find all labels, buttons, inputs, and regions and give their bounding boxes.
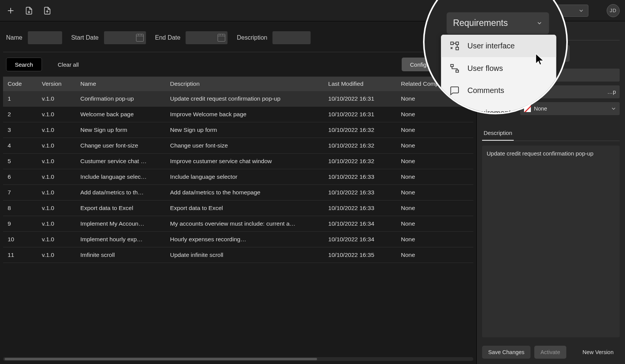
save-changes-button[interactable]: Save Changes bbox=[482, 346, 530, 359]
top-select[interactable] bbox=[516, 5, 588, 17]
table-row[interactable]: 8v.1.0Export data to ExcelExport data to… bbox=[3, 200, 473, 216]
cell-name: Change user font-size bbox=[76, 138, 166, 154]
cell-desc: New Sign up form bbox=[165, 122, 324, 138]
cell-version: v.1.0 bbox=[37, 122, 76, 138]
cell-rel: None bbox=[396, 216, 473, 232]
version-label: V bbox=[482, 72, 515, 79]
cell-desc: Update infinite scroll bbox=[165, 247, 324, 263]
th-related-component[interactable]: Related Component bbox=[396, 77, 473, 91]
cell-version: v.1.0 bbox=[37, 169, 76, 185]
cell-code: 7 bbox=[3, 185, 37, 200]
description-textarea[interactable]: Update credit request confirmation pop-u… bbox=[482, 146, 620, 337]
cell-mod: 10/10/2022 16:33 bbox=[324, 169, 396, 185]
cell-desc: Export data to Excel bbox=[165, 200, 324, 216]
cell-rel: None bbox=[396, 138, 473, 154]
table-row[interactable]: 7v.1.0Add data/metrics to th…Add data/me… bbox=[3, 185, 473, 200]
horizontal-scrollbar[interactable] bbox=[3, 357, 473, 361]
cell-rel: None bbox=[396, 169, 473, 185]
start-date-label: Start Date bbox=[71, 34, 99, 41]
cell-mod: 10/10/2022 16:33 bbox=[324, 185, 396, 200]
table-row[interactable]: 2v.1.0Welcome back pageImprove Welcome b… bbox=[3, 107, 473, 122]
table-row[interactable]: 4v.1.0Change user font-sizeChange user f… bbox=[3, 138, 473, 154]
table-row[interactable]: 11v.1.0Imfinite scrollUpdate infinite sc… bbox=[3, 247, 473, 263]
cell-name: Include language selec… bbox=[76, 169, 166, 185]
new-version-button[interactable]: New Version bbox=[577, 346, 620, 359]
chevron-down-icon bbox=[578, 8, 584, 14]
clear-all-button[interactable]: Clear all bbox=[50, 58, 87, 71]
table-row[interactable]: 1v.1.0Confirmation pop-upUpdate credit r… bbox=[3, 91, 473, 107]
cell-desc: My accounts overview must include: curre… bbox=[165, 216, 324, 232]
cell-rel: None bbox=[396, 107, 473, 122]
cell-desc: Include language selector bbox=[165, 169, 324, 185]
search-button[interactable]: Search bbox=[6, 58, 42, 71]
import-file-icon[interactable] bbox=[24, 5, 34, 16]
version-value bbox=[520, 69, 620, 82]
cell-mod: 10/10/2022 16:33 bbox=[324, 200, 396, 216]
cell-version: v.1.0 bbox=[37, 232, 76, 247]
name-label: Name bbox=[6, 34, 22, 41]
table-row[interactable]: 10v.1.0Implement hourly exp…Hourly expen… bbox=[3, 232, 473, 247]
table-row[interactable]: 6v.1.0Include language selec…Include lan… bbox=[3, 169, 473, 185]
activate-button[interactable]: Activate bbox=[534, 346, 566, 359]
category-select[interactable]: None bbox=[520, 102, 620, 115]
th-last-modified[interactable]: Last Modified bbox=[324, 77, 396, 91]
detail-name-value[interactable]: …p bbox=[520, 85, 620, 98]
name-input[interactable] bbox=[28, 31, 62, 44]
table-row[interactable]: 3v.1.0New Sign up formNew Sign up form10… bbox=[3, 122, 473, 138]
search-filters: Name Start Date End Date Description bbox=[3, 24, 473, 52]
description-tab[interactable]: Description bbox=[482, 127, 514, 141]
cell-name: Imfinite scroll bbox=[76, 247, 166, 263]
cell-mod: 10/10/2022 16:31 bbox=[324, 91, 396, 107]
tab-requirement[interactable]: Req bbox=[482, 27, 496, 40]
cell-mod: 10/10/2022 16:35 bbox=[324, 247, 396, 263]
cell-rel: None bbox=[396, 232, 473, 247]
none-swatch-icon bbox=[524, 105, 531, 112]
cell-code: 1 bbox=[3, 91, 37, 107]
cell-name: Export data to Excel bbox=[76, 200, 166, 216]
cell-desc: Add data/metrics to the homepage bbox=[165, 185, 324, 200]
cell-rel: None bbox=[396, 122, 473, 138]
th-name[interactable]: Name bbox=[76, 77, 166, 91]
th-description[interactable]: Description bbox=[165, 77, 324, 91]
cell-mod: 10/10/2022 16:31 bbox=[324, 107, 396, 122]
cell-rel: None bbox=[396, 154, 473, 169]
cell-version: v.1.0 bbox=[37, 247, 76, 263]
category-label: Category bbox=[482, 106, 515, 112]
th-version[interactable]: Version bbox=[37, 77, 76, 91]
end-date-label: End Date bbox=[155, 34, 181, 41]
th-code[interactable]: Code bbox=[3, 77, 37, 91]
cell-code: 10 bbox=[3, 232, 37, 247]
cell-version: v.1.0 bbox=[37, 107, 76, 122]
table-row[interactable]: 5v.1.0Custumer service chat …Improve cus… bbox=[3, 154, 473, 169]
view-selector[interactable]: Requirements bbox=[482, 45, 570, 62]
top-toolbar: JD bbox=[0, 0, 625, 21]
cell-mod: 10/10/2022 16:34 bbox=[324, 232, 396, 247]
detail-name-label: Name bbox=[482, 89, 515, 95]
cell-name: Confirmation pop-up bbox=[76, 91, 166, 107]
add-icon[interactable] bbox=[5, 5, 16, 16]
cell-code: 9 bbox=[3, 216, 37, 232]
description-input[interactable] bbox=[272, 31, 311, 44]
cell-desc: Improve custumer service chat window bbox=[165, 154, 324, 169]
cell-mod: 10/10/2022 16:32 bbox=[324, 138, 396, 154]
detail-pane: Req Requirements V Name …p Category bbox=[476, 21, 625, 364]
cell-name: Welcome back page bbox=[76, 107, 166, 122]
cell-version: v.1.0 bbox=[37, 154, 76, 169]
configure-search-button[interactable]: Configure search bbox=[402, 58, 470, 71]
cell-version: v.1.0 bbox=[37, 91, 76, 107]
avatar[interactable]: JD bbox=[607, 4, 620, 17]
export-file-icon[interactable] bbox=[42, 5, 53, 16]
cell-code: 3 bbox=[3, 122, 37, 138]
cell-code: 8 bbox=[3, 200, 37, 216]
cell-code: 4 bbox=[3, 138, 37, 154]
cell-mod: 10/10/2022 16:32 bbox=[324, 154, 396, 169]
start-date-input[interactable] bbox=[104, 31, 146, 44]
list-pane: Name Start Date End Date Description Sea bbox=[0, 21, 476, 364]
description-label: Description bbox=[237, 34, 267, 41]
chevron-down-icon bbox=[611, 106, 617, 112]
cell-mod: 10/10/2022 16:34 bbox=[324, 216, 396, 232]
end-date-input[interactable] bbox=[186, 31, 228, 44]
cell-rel: None bbox=[396, 185, 473, 200]
table-row[interactable]: 9v.1.0Implement My Accoun…My accounts ov… bbox=[3, 216, 473, 232]
requirements-table: Code Version Name Description Last Modif… bbox=[3, 77, 473, 354]
